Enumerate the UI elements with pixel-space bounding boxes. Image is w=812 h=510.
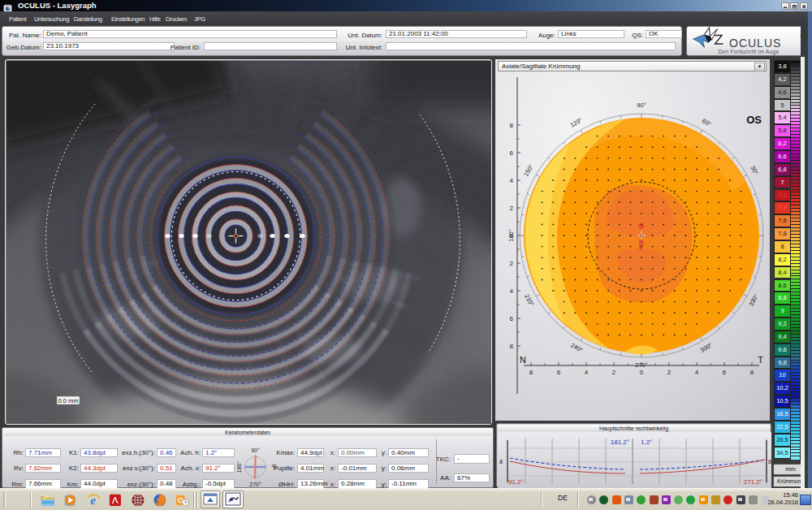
svg-text:Den Fortschritt im Auge: Den Fortschritt im Auge — [719, 49, 780, 55]
svg-text:0.0 mm: 0.0 mm — [58, 397, 78, 404]
svg-text:8: 8 — [768, 458, 771, 465]
svg-text:2: 2 — [510, 205, 514, 212]
svg-text:180°: 180° — [508, 229, 515, 242]
svg-text:8: 8 — [510, 343, 514, 350]
svg-text:2: 2 — [510, 260, 514, 267]
svg-text:4: 4 — [510, 177, 514, 184]
svg-text:181.2°: 181.2° — [611, 439, 629, 446]
svg-text:8: 8 — [499, 458, 503, 465]
svg-text:0: 0 — [640, 369, 644, 376]
svg-text:270°: 270° — [635, 361, 648, 369]
svg-text:OS: OS — [746, 114, 762, 126]
svg-text:4: 4 — [695, 369, 699, 376]
svg-text:T: T — [758, 355, 763, 365]
svg-text:271.2°: 271.2° — [744, 478, 762, 486]
svg-text:8: 8 — [750, 369, 754, 376]
svg-text:OCULUS: OCULUS — [729, 36, 781, 49]
svg-text:e: e — [91, 494, 97, 507]
svg-text:6: 6 — [510, 149, 514, 157]
svg-text:8: 8 — [529, 369, 533, 376]
svg-text:6: 6 — [723, 369, 727, 376]
svg-text:6: 6 — [510, 315, 514, 322]
svg-text:2: 2 — [667, 369, 672, 376]
svg-text:4: 4 — [510, 287, 514, 295]
svg-text:N: N — [520, 355, 526, 365]
svg-text:8: 8 — [510, 122, 514, 129]
svg-text:2: 2 — [612, 369, 616, 376]
svg-text:4: 4 — [585, 369, 589, 376]
svg-text:90°: 90° — [637, 102, 646, 109]
svg-text:1.2°: 1.2° — [641, 439, 652, 446]
svg-text:91.2°: 91.2° — [508, 478, 524, 486]
svg-text:6: 6 — [557, 369, 561, 376]
